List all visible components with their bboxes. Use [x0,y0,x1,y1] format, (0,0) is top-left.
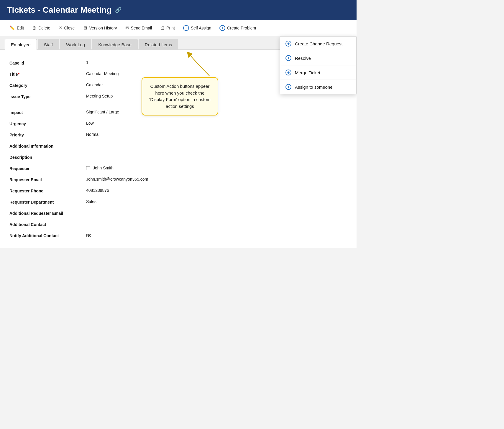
more-button[interactable]: ··· [261,23,270,33]
label-additional-requester-email: Additional Requester Email [9,210,86,216]
label-issue-type: Issue Type [9,94,86,99]
print-icon: 🖨 [160,25,165,30]
callout-box: Custom Action buttons appear here when y… [142,77,218,116]
dropdown-menu: + Create Change Request + Resolve + Merg… [280,36,357,94]
label-category: Category [9,82,86,88]
value-requester-department: Sales [86,199,347,204]
close-icon: ✕ [59,25,63,31]
version-history-button[interactable]: 🖥 Version History [79,24,120,32]
label-impact: Impact [9,110,86,115]
page-header: Tickets - Calendar Meeting 🔗 [0,0,357,20]
form-row-requester-department: Requester Department Sales [9,196,347,207]
value-notify-additional-contact: No [86,233,347,237]
delete-icon: 🗑 [32,25,37,30]
required-star-title: * [18,72,19,77]
label-notify-additional-contact: Notify Additional Contact [9,233,86,238]
resolve-icon: + [285,55,291,61]
send-email-icon: ✉ [125,25,129,31]
form-row-requester: Requester John Smith [9,163,347,174]
form-row-description: Description [9,151,347,163]
version-history-icon: 🖥 [83,25,87,30]
value-requester: John Smith [86,166,347,170]
tab-staff[interactable]: Staff [38,39,59,50]
dropdown-item-create-change-request[interactable]: + Create Change Request [280,37,356,51]
form-row-additional-information: Additional Information [9,140,347,151]
value-urgency: Low [86,121,347,126]
create-problem-icon: + [219,25,225,31]
form-row-additional-contact: Additional Contact [9,219,347,230]
value-requester-email: John.smith@crowcanyon365.com [86,177,347,182]
send-email-button[interactable]: ✉ Send Email [122,24,156,32]
dropdown-item-assign-to-someone[interactable]: + Assign to someone [280,80,356,94]
callout-arrow [180,52,215,79]
form-row-priority: Priority Normal [9,129,347,140]
tab-work-log[interactable]: Work Log [60,39,91,50]
label-title: Title* [9,71,86,77]
tab-related-items[interactable]: Related Items [139,39,178,50]
tab-employee[interactable]: Employee [5,39,37,50]
page-title: Tickets - Calendar Meeting [7,5,111,15]
label-requester-phone: Requester Phone [9,188,86,193]
form-row-urgency: Urgency Low [9,118,347,129]
link-icon[interactable]: 🔗 [115,7,122,13]
self-assign-button[interactable]: + Self Assign [180,23,215,33]
label-description: Description [9,154,86,160]
create-problem-button[interactable]: + Create Problem [216,23,260,33]
dropdown-item-resolve[interactable]: + Resolve [280,51,356,65]
label-additional-contact: Additional Contact [9,222,86,227]
label-priority: Priority [9,132,86,137]
form-row-additional-requester-email: Additional Requester Email [9,207,347,219]
label-requester-email: Requester Email [9,177,86,182]
value-requester-phone: 4081239876 [86,188,347,193]
label-requester-department: Requester Department [9,199,86,204]
callout-wrapper: Custom Action buttons appear here when y… [142,77,218,116]
form-row-requester-email: Requester Email John.smith@crowcanyon365… [9,174,347,185]
requester-checkbox[interactable] [86,166,90,170]
edit-button[interactable]: ✏️ Edit [6,24,27,32]
delete-button[interactable]: 🗑 Delete [29,24,54,32]
close-button[interactable]: ✕ Close [55,24,78,32]
print-button[interactable]: 🖨 Print [157,24,178,32]
merge-ticket-icon: + [285,70,291,75]
value-priority: Normal [86,132,347,137]
label-requester: Requester [9,166,86,171]
form-row-notify-additional-contact: Notify Additional Contact No [9,230,347,241]
toolbar: ✏️ Edit 🗑 Delete ✕ Close 🖥 Version Histo… [0,20,357,36]
create-change-request-icon: + [285,41,291,47]
assign-to-someone-icon: + [285,84,291,90]
label-urgency: Urgency [9,121,86,126]
edit-icon: ✏️ [9,25,15,31]
form-row-requester-phone: Requester Phone 4081239876 [9,185,347,196]
tab-knowledge-base[interactable]: Knowledge Base [92,39,138,50]
label-additional-information: Additional Information [9,143,86,148]
dropdown-item-merge-ticket[interactable]: + Merge Ticket [280,65,356,80]
self-assign-icon: + [183,25,189,31]
label-case-id: Case Id [9,60,86,65]
